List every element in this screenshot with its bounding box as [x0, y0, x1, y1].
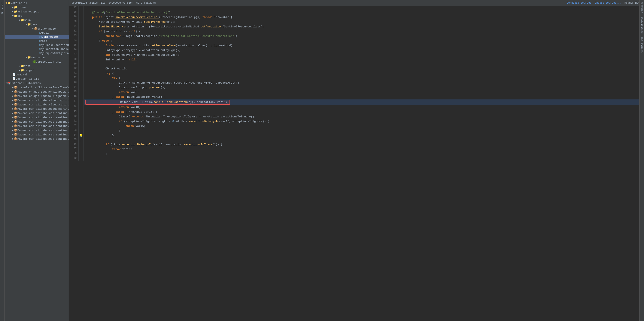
right-vertical-tabs: Database RestServices Wysiwyg Sql [639, 0, 644, 321]
tree-item-test[interactable]: ▶ 📁 test [5, 64, 69, 68]
line-code [84, 62, 644, 67]
line-number: 27 [69, 6, 78, 10]
highlighted-code-box: Object var18 = this.handleBlockException… [86, 100, 230, 105]
tree-item-Main[interactable]: C Main [5, 39, 69, 43]
tree-item-src[interactable]: ▼ 📁 src [5, 14, 69, 18]
tree-item-version_11.iml[interactable]: 📄 version_11.iml [5, 77, 69, 81]
code-line-34: 34 } else { [69, 39, 644, 43]
tree-item-java[interactable]: ▼ 📁 java [5, 22, 69, 27]
line-code: } catch (Throwable var16) { [84, 110, 644, 114]
line-code: Class<? extends Throwable>[] exceptionsT… [84, 114, 644, 119]
tree-item-maven-logback2[interactable]: ▶ 📦 Maven: ch.qos.logback:logback-... [5, 94, 69, 98]
code-area[interactable]: 2728 @Around("sentinelResourceAnnotation… [69, 6, 644, 321]
line-number: 56 [69, 142, 78, 147]
line-gutter [78, 58, 84, 62]
line-gutter [78, 99, 84, 105]
tree-item-maven-csp2[interactable]: ▶ 📦 Maven: com.alibaba.csp:sentine... [5, 115, 69, 120]
line-code: } [84, 129, 644, 133]
tree-item-azul-11[interactable]: ▶ 📦 < azul-11 > /Library/Java/JavaVi... [5, 85, 69, 90]
line-code: @Around("sentinelResourceAnnotationPoint… [84, 10, 644, 15]
structure-tab[interactable]: Structure [1, 0, 4, 16]
code-line-56: 56 if (!this.exceptionBelongsTo(var16, a… [69, 142, 644, 147]
database-tab[interactable]: Database [640, 0, 644, 15]
left-vertical-panel: Structure [0, 0, 5, 321]
tree-item-Controller[interactable]: ●C Controller [5, 35, 69, 39]
line-number: 31 [69, 25, 78, 29]
code-line-33: 33 throw new IllegalStateException("Wron… [69, 34, 644, 39]
tree-item-maven-cloud1[interactable]: ▶ 📦 Maven: com.alibaba.cloud:sprin... [5, 98, 69, 102]
tree-item-App11[interactable]: C App11 [5, 31, 69, 35]
line-gutter: 💡 [78, 133, 84, 138]
tree-item-idea[interactable]: ▶ 📁 .idea [5, 5, 69, 10]
tree-item-maven-csp5[interactable]: ▶ 📦 Maven: com.alibaba.csp:sentine... [5, 128, 69, 132]
line-number: 28 [69, 10, 78, 15]
reader-mode-label[interactable]: Reader Mode [624, 2, 642, 5]
line-gutter [78, 43, 84, 48]
main-content: Decompiled .class file, bytecode version… [69, 0, 644, 321]
wysiwyg-sql-tab[interactable]: Wysiwyg Sql [640, 35, 644, 54]
tree-item-maven-cloud2[interactable]: ▶ 📦 Maven: com.alibaba.cloud:sprin... [5, 102, 69, 107]
line-code: throw var16; [84, 147, 644, 152]
tree-item-maven-csp7[interactable]: ▶ 📦 Maven: com.alibaba.csp:sentine... [5, 137, 69, 141]
tree-item-application.yml[interactable]: 🌿 application.yml [5, 60, 69, 64]
line-number: 59 [69, 156, 78, 161]
tree-item-maven-csp3[interactable]: ▶ 📦 Maven: com.alibaba.csp:sentine... [5, 120, 69, 124]
line-number: 48 [69, 105, 78, 110]
line-code: return var18; [84, 105, 644, 110]
code-line-41: 41 try { [69, 71, 644, 76]
code-line-30: 30 Method originMethod = this.resolveMet… [69, 20, 644, 25]
tree-item-ExternalLibraries[interactable]: ▼ 📚 External Libraries [5, 81, 69, 85]
tree-item-arthas-output[interactable]: ▶ 📁 arthas-output [5, 10, 69, 14]
choose-sources-link[interactable]: Choose Sources... [595, 2, 621, 5]
rest-services-tab[interactable]: RestServices [640, 15, 644, 35]
line-number: 47 [69, 99, 78, 105]
line-code: entry = SphU.entry(resourceName, resourc… [84, 81, 644, 85]
code-line-47: 47 Object var18 = this.handleBlockExcept… [69, 99, 644, 105]
line-number: 44 [69, 85, 78, 90]
tree-item-MyBlockExceptionH[interactable]: C MyBlockExceptionH... [5, 43, 69, 47]
tree-item-maven-csp6[interactable]: ▶ 📦 Maven: com.alibaba.csp:sentine... [5, 132, 69, 137]
code-line-36: 36 EntryType entryType = annotation.entr… [69, 48, 644, 53]
line-number: 50 [69, 114, 78, 119]
tree-item-resources[interactable]: ▼ 📁 resources [5, 55, 69, 60]
tree-item-maven-cloud3[interactable]: ▶ 📦 Maven: com.alibaba.cloud:sprin... [5, 107, 69, 111]
code-line-59: 59 [69, 156, 644, 161]
tree-item-target[interactable]: ▶ 📁 target [5, 68, 69, 72]
tree-item-MyRequestOriginPar[interactable]: C MyRequestOriginPar... [5, 51, 69, 55]
line-gutter [78, 152, 84, 156]
code-line-46: 46 } catch (BlockException var15) { [69, 95, 644, 99]
code-line-44: 44 Object var8 = pjp.proceed(); [69, 85, 644, 90]
tree-item-org.example[interactable]: ▼ 📦 org.example [5, 27, 69, 31]
line-code: Object var18 = this.handleBlockException… [84, 99, 644, 105]
tree-item-maven-csp1[interactable]: ▶ 📦 Maven: com.alibaba.csp:sentine... [5, 111, 69, 115]
decompiled-info: Decompiled .class file, bytecode version… [72, 2, 156, 5]
line-gutter [78, 147, 84, 152]
tree-item-maven-logback1[interactable]: ▶ 📦 Maven: ch.qos.logback:logback-... [5, 90, 69, 94]
code-line-27: 27 [69, 6, 644, 10]
code-line-37: 37 int resourceType = annotation.resourc… [69, 53, 644, 58]
line-code: public Object invokeResourceWithSentinel… [84, 15, 644, 20]
line-gutter [78, 48, 84, 53]
tree-item-MyExceptionHandler[interactable]: C MyExceptionHandler... [5, 47, 69, 51]
tree-item-main[interactable]: ▼ 📁 main [5, 18, 69, 22]
bulb-icon[interactable]: 💡 [79, 134, 83, 138]
download-sources-link[interactable]: Download Sources [567, 2, 591, 5]
line-gutter [78, 90, 84, 95]
code-line-43: 43 entry = SphU.entry(resourceName, reso… [69, 81, 644, 85]
line-gutter [78, 129, 84, 133]
tree-item-pom.xml[interactable]: 📄 pom.xml [5, 72, 69, 77]
line-code [84, 156, 644, 161]
line-gutter [78, 114, 84, 119]
tree-item-version11[interactable]: ▼ 📁 version_11 [5, 1, 69, 5]
line-gutter [78, 6, 84, 10]
tree-item-maven-csp4[interactable]: ▶ 📦 Maven: com.alibaba.csp:sentine... [5, 124, 69, 128]
line-number: 41 [69, 71, 78, 76]
line-number: 54 [69, 133, 78, 138]
line-gutter [78, 81, 84, 85]
code-line-42: 42 try { [69, 76, 644, 81]
line-code: if (annotation == null) { [84, 29, 644, 34]
line-number: 45 [69, 90, 78, 95]
line-code: return var8; [84, 90, 644, 95]
line-gutter [78, 142, 84, 147]
line-code: Object var10; [84, 67, 644, 71]
